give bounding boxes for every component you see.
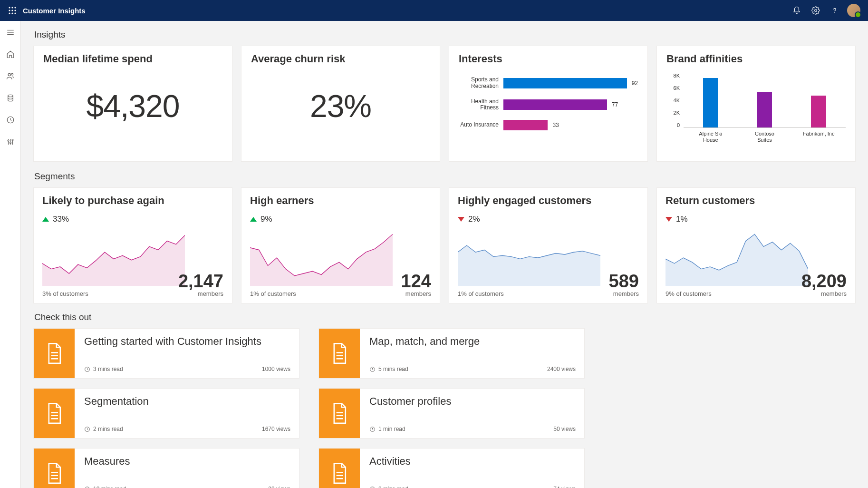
segment-title: Highly engaged customers [458,195,639,207]
segment-count: 2,147 [178,272,223,290]
segment-card[interactable]: High earners9%1% of customers124members [241,187,440,303]
svg-point-9 [815,10,817,12]
clock-icon [84,366,90,372]
help-icon[interactable] [825,0,844,21]
churn-risk-value: 23% [251,88,430,124]
customers-icon[interactable] [3,68,18,84]
svg-point-16 [8,95,13,97]
segment-pct-customers: 3% of customers [42,290,88,297]
ytick-label: 8K [666,73,680,78]
ytick-label: 2K [666,110,680,116]
segments-row: Likely to purchase again33%3% of custome… [33,187,856,303]
segment-trend: 1% [665,215,847,224]
card-brand-affinities[interactable]: Brand affinities 8K6K4K2K0 Alpine Ski Ho… [656,46,856,162]
ytick-label: 6K [666,85,680,91]
interest-value: 92 [632,80,638,87]
article-card[interactable]: Measures10 mins read23 views [33,448,299,488]
segment-count: 8,209 [801,272,847,290]
trend-up-icon [42,217,49,222]
document-icon [34,329,75,378]
document-icon [319,389,360,438]
card-title: Brand affinities [666,53,846,65]
svg-point-7 [11,12,13,14]
check-this-out-grid: Getting started with Customer Insights3 … [33,328,856,488]
brand-bar [757,92,772,127]
settings-icon[interactable] [806,0,825,21]
data-icon[interactable] [3,90,18,106]
check-this-out-heading: Check this out [34,312,856,322]
svg-point-14 [8,73,10,76]
article-views: 74 views [553,486,576,488]
user-avatar[interactable] [844,0,863,21]
document-icon [319,449,360,488]
trend-down-icon [665,217,672,222]
ytick-label: 4K [666,98,680,103]
interest-bar [503,120,548,130]
segment-members-label: members [801,290,847,297]
segment-members-label: members [178,290,223,297]
segment-card[interactable]: Likely to purchase again33%3% of custome… [33,187,232,303]
article-views: 50 views [553,426,576,432]
article-read-time: 5 mins read [369,366,408,372]
svg-point-8 [14,12,16,14]
clock-icon [84,426,90,432]
settings-rail-icon[interactable] [3,134,18,149]
card-churn-risk[interactable]: Average churn risk 23% [241,46,440,162]
segment-trend: 2% [458,215,639,224]
trend-pct: 9% [260,215,272,224]
card-median-spend[interactable]: Median lifetime spend $4,320 [33,46,232,162]
svg-point-19 [8,140,9,141]
card-title: Interests [459,53,638,65]
segment-card[interactable]: Return customers1%9% of customers8,209me… [656,187,856,303]
article-card[interactable]: Segmentation2 mins read1670 views [33,388,299,439]
article-card[interactable]: Map, match, and merge5 mins read2400 vie… [318,328,585,379]
segment-card[interactable]: Highly engaged customers2%1% of customer… [449,187,648,303]
clock-icon [84,486,90,488]
segments-heading: Segments [34,171,856,182]
app-launcher-icon[interactable] [5,3,20,18]
brand-label: Alpine Ski House [694,131,727,143]
article-card[interactable]: Activities3 mins read74 views [318,448,585,488]
svg-point-6 [9,12,10,14]
notifications-icon[interactable] [787,0,806,21]
brand-affinities-chart: 8K6K4K2K0 Alpine Ski HouseContoso Suites… [666,73,846,154]
document-icon [34,449,75,488]
svg-point-0 [9,7,10,8]
interest-label: Health and Fitness [459,98,503,112]
article-views: 23 views [268,486,290,488]
card-title: Average churn risk [251,53,430,65]
segment-members-label: members [609,290,639,297]
segment-trend: 33% [42,215,223,224]
card-interests[interactable]: Interests Sports and Recreation92Health … [449,46,648,162]
trend-down-icon [458,217,464,222]
article-views: 1670 views [262,426,290,432]
segment-pct-customers: 1% of customers [250,290,296,297]
home-icon[interactable] [3,47,18,62]
activity-icon[interactable] [3,112,18,127]
menu-toggle-icon[interactable] [3,25,18,40]
brand-bar [703,78,718,127]
article-read-time: 3 mins read [84,366,123,372]
svg-point-15 [11,73,13,75]
median-spend-value: $4,320 [43,88,222,124]
interest-bar [503,99,607,110]
interest-label: Sports and Recreation [459,77,503,90]
segment-pct-customers: 9% of customers [665,290,712,297]
card-title: Median lifetime spend [43,53,222,65]
segment-pct-customers: 1% of customers [458,290,504,297]
main-content: Insights Median lifetime spend $4,320 Av… [21,21,868,488]
article-title: Getting started with Customer Insights [84,335,290,348]
svg-point-10 [834,12,835,13]
article-card[interactable]: Getting started with Customer Insights3 … [33,328,299,379]
interest-label: Auto Insurance [459,122,503,128]
clock-icon [369,426,376,432]
insights-heading: Insights [34,29,856,40]
svg-point-1 [11,7,13,8]
app-title: Customer Insights [23,7,86,15]
interest-value: 77 [612,101,618,108]
article-read-time: 3 mins read [369,486,408,488]
article-views: 2400 views [547,366,576,372]
svg-point-23 [12,139,13,141]
article-card[interactable]: Customer profiles1 min read50 views [318,388,585,439]
svg-point-4 [11,10,13,11]
